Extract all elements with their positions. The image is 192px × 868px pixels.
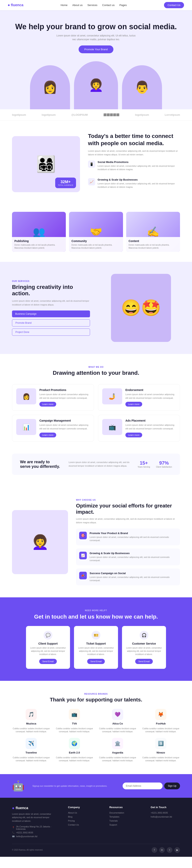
feature-desc-2: Lorem ipsum dolor sit amet, consectetur … bbox=[98, 182, 180, 189]
what-img-2: 🤳 bbox=[102, 389, 122, 404]
what-title-2: Endorsement bbox=[125, 389, 176, 392]
footer-contact-email: hello@yourdomain.ltd bbox=[151, 815, 180, 818]
sponsor-desc-5: Cubilia curabitur sodales tincidunt cong… bbox=[12, 756, 51, 762]
footer: ● fluenca Lorem ipsum dolor sit amet, co… bbox=[0, 798, 192, 857]
newsletter-email-input[interactable] bbox=[123, 782, 163, 789]
sponsor-logo-2: 📺 bbox=[69, 709, 80, 720]
footer-col-1: Company About Us Blog Pricing Contact Us bbox=[68, 806, 97, 838]
service-desc-3: Donec malesuada odio ut nisl iaculis pha… bbox=[129, 243, 178, 249]
footer-link-2-2[interactable]: Templates bbox=[109, 815, 139, 818]
why-icon-1: 🎯 bbox=[79, 532, 87, 539]
footer-link-2-1[interactable]: Documentation bbox=[109, 811, 139, 814]
footer-link-1-4[interactable]: Contact Us bbox=[68, 824, 97, 826]
sponsors-label: RESOURCE BRANDS bbox=[12, 693, 180, 695]
social-youtube[interactable]: ▶ bbox=[174, 847, 180, 853]
brands-section: logotipsum logotipsum @LOGIPSUM ⬛⬛⬛⬛⬛ lo… bbox=[0, 109, 192, 121]
why-layout: 👩‍🦱 WHY CHOOSE US Optimize your social e… bbox=[12, 499, 180, 585]
contact-card-btn-1[interactable]: Send Email bbox=[39, 659, 57, 664]
sponsor-4: 🦊 FoxHub Cubilia curabitur sodales tinci… bbox=[141, 709, 180, 733]
sponsor-logo-1: 🎵 bbox=[26, 709, 37, 720]
connect-image: 👨‍👩‍👧‍👦 32M+ TOTAL AUDIENCE bbox=[12, 136, 80, 192]
footer-social: f in t ▶ bbox=[152, 847, 180, 853]
sponsor-3: 💜 Atica Co Cubilia curabitur sodales tin… bbox=[98, 709, 137, 733]
logo-dot bbox=[8, 4, 9, 6]
social-facebook[interactable]: f bbox=[152, 847, 157, 853]
footer-link-1-2[interactable]: Blog bbox=[68, 815, 97, 818]
nav-cta-button[interactable]: Contact Us bbox=[164, 2, 184, 8]
why-icon-3: 📣 bbox=[79, 572, 87, 579]
footer-link-2-3[interactable]: Tutorials bbox=[109, 819, 139, 822]
what-grid: 👩 Product Promotions Lorem ipsum dolor s… bbox=[12, 384, 180, 441]
why-feature-title-3: Success Campaign on Social bbox=[90, 572, 177, 575]
connect-feature-1: 📱 Social Media Promotions Lorem ipsum do… bbox=[88, 160, 180, 175]
sponsor-desc-6: Cubilia curabitur sodales tincidunt cong… bbox=[55, 756, 94, 762]
footer-logo-text: fluenca bbox=[15, 806, 28, 810]
why-icon-2: 📈 bbox=[79, 552, 87, 559]
what-btn-1[interactable]: Learn more bbox=[39, 402, 56, 407]
feature-desc-1: Lorem ipsum dolor sit amet, consectetur … bbox=[98, 164, 180, 171]
nav-about[interactable]: About us bbox=[72, 4, 83, 7]
what-btn-4[interactable]: Learn more bbox=[125, 433, 142, 437]
footer-col-2: Resources Documentation Templates Tutori… bbox=[109, 806, 139, 838]
footer-link-2-4[interactable]: Support bbox=[109, 824, 139, 826]
what-btn-2[interactable]: Learn more bbox=[125, 402, 142, 407]
services-section: 👥 Publishing Donec malesuada odio ut nis… bbox=[0, 208, 192, 262]
creativity-image: 😄🤩 bbox=[102, 274, 180, 342]
social-linkedin[interactable]: in bbox=[159, 847, 165, 853]
what-desc-3: Lorem ipsum dolor sit amet consectetur a… bbox=[39, 424, 90, 430]
sponsor-logo-8: 9️⃣ bbox=[155, 738, 166, 749]
stat-item-2: 97% Client Satisfaction bbox=[156, 460, 172, 468]
what-title-4: Ads Placement bbox=[125, 419, 176, 422]
services-grid: 👥 Publishing Donec malesuada odio ut nis… bbox=[12, 212, 180, 252]
newsletter-mascot: 🤖 bbox=[12, 780, 24, 792]
service-card-3: ✍️ Content Donec malesuada odio ut nisl … bbox=[126, 212, 180, 252]
hero-person-2: 👩‍🦱 bbox=[74, 61, 118, 109]
nav-pages[interactable]: Pages bbox=[119, 4, 127, 7]
brand-2: logotipsum bbox=[42, 113, 56, 116]
stat-number: 32M+ bbox=[58, 180, 73, 184]
footer-email: ✉️ hello@yourdomain.ltd bbox=[12, 835, 56, 838]
brand-6: Lorrotipsum bbox=[165, 113, 180, 116]
service-title-3: Content bbox=[129, 240, 178, 243]
nav-services[interactable]: Services bbox=[87, 4, 97, 7]
feature-title-1: Social Media Promotions bbox=[98, 160, 180, 163]
sponsor-logo-6: 🌍 bbox=[69, 738, 80, 749]
stat-label: TOTAL AUDIENCE bbox=[58, 184, 73, 186]
social-twitter[interactable]: t bbox=[167, 847, 172, 853]
why-image: 👩‍🦱 bbox=[12, 510, 68, 574]
sponsor-6: 🌍 Earth 2.0 Cubilia curabitur sodales ti… bbox=[55, 738, 94, 762]
creativity-btn-2[interactable]: Promote Brand bbox=[12, 319, 90, 327]
service-card-2: 🤝 Community Donec malesuada odio ut nisl… bbox=[69, 212, 123, 252]
service-card-1: 👥 Publishing Donec malesuada odio ut nis… bbox=[12, 212, 66, 252]
hero-cta-button[interactable]: Promote Your Brand bbox=[78, 45, 113, 53]
contact-card-btn-2[interactable]: Send Email bbox=[87, 659, 105, 664]
brand-1: logotipsum bbox=[12, 113, 26, 116]
creativity-title: Bringing creativity into action. bbox=[12, 284, 90, 297]
contact-card-btn-3[interactable]: Send Email bbox=[135, 659, 153, 664]
what-btn-3[interactable]: Learn more bbox=[39, 433, 56, 437]
what-desc-4: Lorem ipsum dolor sit amet consectetur a… bbox=[125, 424, 176, 430]
hero-description: Lorem ipsum dolor sit amet, consectetur … bbox=[56, 34, 136, 41]
sponsor-7: 🏛️ Asgardia Cubilia curabitur sodales ti… bbox=[98, 738, 137, 762]
newsletter-submit-button[interactable]: Sign Up bbox=[164, 782, 180, 789]
footer-link-1-1[interactable]: About Us bbox=[68, 811, 97, 814]
why-content: WHY CHOOSE US Optimize your social effor… bbox=[76, 499, 180, 585]
creativity-btn-1[interactable]: Business Campaign bbox=[12, 310, 90, 317]
logo-text: fluenca bbox=[11, 3, 23, 7]
footer-phone: 📞 +6221.3002.8035 bbox=[12, 831, 56, 834]
nav-contact[interactable]: Contact us bbox=[102, 4, 115, 7]
contact-icon-1: 💬 bbox=[43, 631, 53, 640]
creativity-btn-3[interactable]: Project Done bbox=[12, 329, 90, 336]
sponsor-5: ✈️ Travelino Cubilia curabitur sodales t… bbox=[12, 738, 51, 762]
contact-icon-3: 🎧 bbox=[139, 631, 149, 640]
why-feature-desc-2: Lorem ipsum dolor sit amet, consectetur … bbox=[90, 556, 177, 562]
contact-card-desc-2: Lorem ipsum dolor sit amet, consectetur … bbox=[78, 646, 114, 656]
footer-address-text: 📍 Jln.Cempaka Wangi No.23 Jakarta - Indo… bbox=[12, 825, 56, 830]
sponsor-name-7: Asgardia bbox=[112, 751, 123, 754]
navigation: fluenca Home About us Services Contact u… bbox=[0, 0, 192, 10]
nav-home[interactable]: Home bbox=[61, 4, 68, 7]
why-feature-text-3: Success Campaign on Social Lorem ipsum d… bbox=[90, 572, 177, 582]
footer-link-1-3[interactable]: Pricing bbox=[68, 819, 97, 822]
footer-address: 📍 Jln.Cempaka Wangi No.23 Jakarta - Indo… bbox=[12, 825, 56, 838]
sponsor-desc-7: Cubilia curabitur sodales tincidunt cong… bbox=[98, 756, 137, 762]
